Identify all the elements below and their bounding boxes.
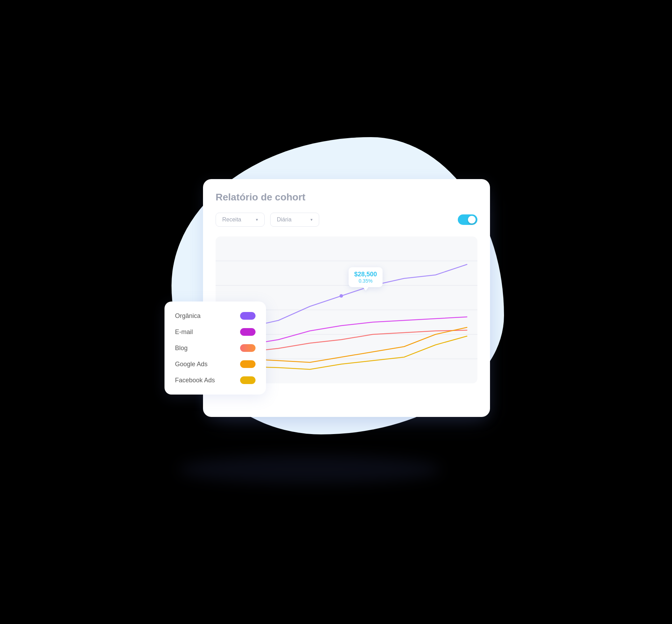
controls-row: Receita ▾ Diária ▾	[216, 213, 477, 227]
legend-pill-google-ads	[240, 360, 255, 368]
tooltip-percent: 0.35%	[354, 278, 377, 284]
tooltip-value: $28,500	[354, 271, 377, 278]
legend-label-google-ads: Google Ads	[175, 361, 234, 368]
tooltip-tail	[363, 287, 369, 291]
legend-pill-email	[240, 328, 255, 336]
legend-item-facebook-ads: Facebook Ads	[175, 376, 255, 384]
tooltip-dot	[340, 294, 343, 298]
receita-chevron-icon: ▾	[256, 217, 258, 222]
receita-dropdown[interactable]: Receita ▾	[216, 213, 265, 227]
legend-item-google-ads: Google Ads	[175, 360, 255, 368]
legend-item-organica: Orgânica	[175, 312, 255, 320]
legend-item-blog: Blog	[175, 344, 255, 352]
legend-pill-blog	[240, 344, 255, 352]
receita-label: Receita	[222, 217, 241, 223]
legend-label-organica: Orgânica	[175, 312, 234, 320]
legend-label-facebook-ads: Facebook Ads	[175, 377, 234, 384]
toggle-thumb	[468, 216, 476, 224]
legend-pill-organica	[240, 312, 255, 320]
chart-tooltip: $28,500 0.35%	[349, 267, 383, 287]
bottom-shadow	[178, 455, 441, 483]
legend-label-blog: Blog	[175, 345, 234, 352]
legend-label-email: E-mail	[175, 328, 234, 336]
scene: Relatório de cohort Receita ▾ Diária ▾	[144, 120, 528, 504]
diaria-label: Diária	[277, 217, 292, 223]
diaria-dropdown[interactable]: Diária ▾	[270, 213, 319, 227]
toggle-switch[interactable]	[458, 214, 477, 225]
diaria-chevron-icon: ▾	[310, 217, 313, 222]
legend-pill-facebook-ads	[240, 376, 255, 384]
legend-item-email: E-mail	[175, 328, 255, 336]
card-title: Relatório de cohort	[216, 192, 477, 203]
legend-card: Orgânica E-mail Blog Google Ads Facebook…	[164, 302, 266, 395]
